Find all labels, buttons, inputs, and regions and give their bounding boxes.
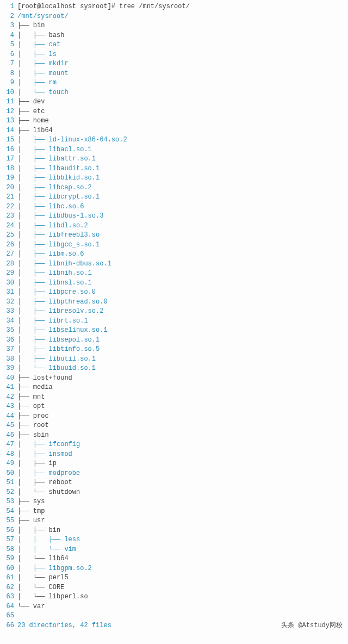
tree-line: 31│ ├── libpcre.so.0 xyxy=(2,288,346,298)
tree-line: 25│ ├── libfreebl3.so xyxy=(2,231,346,240)
line-number: 21 xyxy=(2,193,14,202)
line-text: │ └── touch xyxy=(17,88,69,98)
line-number: 7 xyxy=(2,59,14,69)
tree-line: 65 xyxy=(2,611,346,621)
tree-line: 14├── lib64 xyxy=(2,126,346,136)
line-number: 54 xyxy=(2,507,14,517)
line-number: 6 xyxy=(2,50,14,60)
tree-line: 22│ ├── libc.so.6 xyxy=(2,202,346,212)
tree-line: 6│ ├── ls xyxy=(2,50,346,60)
tree-line: 40├── lost+found xyxy=(2,374,346,383)
line-text: │ ├── libsepol.so.1 xyxy=(17,336,100,345)
line-text: │ ├── insmod xyxy=(17,450,72,460)
line-text: ├── bin xyxy=(17,21,45,31)
line-text: ├── media xyxy=(17,383,53,393)
footer-credit: 头条 @Atstudy网校 xyxy=(281,621,343,631)
line-text: ├── dev xyxy=(17,97,45,107)
tree-line: 17│ ├── libattr.so.1 xyxy=(2,154,346,164)
line-text: │ ├── ip xyxy=(17,459,57,469)
line-number: 44 xyxy=(2,412,14,422)
line-text: │ ├── libgpm.so.2 xyxy=(17,564,92,574)
tree-line: 3├── bin xyxy=(2,21,346,31)
tree-line: 46├── sbin xyxy=(2,431,346,441)
tree-line: 5│ ├── cat xyxy=(2,40,346,50)
tree-line: 9│ ├── rm xyxy=(2,78,346,88)
line-number: 48 xyxy=(2,450,14,460)
line-text: │ ├── libdl.so.2 xyxy=(17,221,88,231)
line-number: 59 xyxy=(2,554,14,564)
line-number: 42 xyxy=(2,393,14,403)
line-number: 62 xyxy=(2,583,14,593)
tree-line: 16│ ├── libacl.so.1 xyxy=(2,145,346,155)
line-text: │ ├── libattr.so.1 xyxy=(17,154,96,164)
line-text: ├── lib64 xyxy=(17,126,53,136)
line-number: 12 xyxy=(2,107,14,117)
tree-line: 51│ ├── reboot xyxy=(2,478,346,488)
line-text: │ ├── mount xyxy=(17,69,69,79)
tree-line: 41├── media xyxy=(2,383,346,393)
line-text: │ ├── cat xyxy=(17,40,60,50)
line-number: 3 xyxy=(2,21,14,31)
line-text: ├── proc xyxy=(17,412,49,422)
line-number: 35 xyxy=(2,326,14,336)
line-number: 11 xyxy=(2,97,14,107)
line-text: │ ├── libnsl.so.1 xyxy=(17,278,92,288)
tree-line: 12├── etc xyxy=(2,107,346,117)
line-text: │ ├── libcap.so.2 xyxy=(17,183,92,193)
line-text: │ ├── ifconfig xyxy=(17,440,80,450)
tree-line: 58│ │ └── vim xyxy=(2,545,346,555)
tree-line: 15│ ├── ld-linux-x86-64.so.2 xyxy=(2,135,346,145)
line-text: ├── root xyxy=(17,421,49,431)
line-text: /mnt/sysroot/ xyxy=(17,12,69,22)
line-text: │ ├── libgcc_s.so.1 xyxy=(17,240,100,250)
line-text: │ ├── libaudit.so.1 xyxy=(17,164,100,174)
line-number: 61 xyxy=(2,573,14,583)
tree-line: 7│ ├── mkdir xyxy=(2,59,346,69)
line-text: │ │ └── vim xyxy=(17,545,76,555)
line-number: 20 xyxy=(2,183,14,193)
tree-line: 4│ ├── bash xyxy=(2,31,346,41)
tree-line: 45├── root xyxy=(2,421,346,431)
line-number: 34 xyxy=(2,317,14,326)
line-text: │ └── perl5 xyxy=(17,573,69,583)
line-text: │ ├── ld-linux-x86-64.so.2 xyxy=(17,135,127,145)
tree-line: 2/mnt/sysroot/ xyxy=(2,12,346,22)
line-number: 65 xyxy=(2,611,14,621)
tree-line: 26│ ├── libgcc_s.so.1 xyxy=(2,240,346,250)
line-text: ├── lost+found xyxy=(17,374,72,383)
line-text: │ ├── reboot xyxy=(17,478,72,488)
tree-line: 35│ ├── libselinux.so.1 xyxy=(2,326,346,336)
line-text: ├── sys xyxy=(17,497,45,507)
line-number: 45 xyxy=(2,421,14,431)
tree-line: 63│ └── libperl.so xyxy=(2,592,346,602)
line-number: 41 xyxy=(2,383,14,393)
tree-line: 55├── usr xyxy=(2,516,346,526)
line-number: 23 xyxy=(2,212,14,221)
tree-line: 38│ ├── libutil.so.1 xyxy=(2,355,346,364)
tree-line: 11├── dev xyxy=(2,97,346,107)
line-text: [root@localhost sysroot]# tree /mnt/sysr… xyxy=(17,2,190,12)
tree-line: 53├── sys xyxy=(2,497,346,507)
tree-line: 21│ ├── libcrypt.so.1 xyxy=(2,193,346,202)
line-number: 5 xyxy=(2,40,14,50)
line-number: 16 xyxy=(2,145,14,155)
line-text: │ ├── librt.so.1 xyxy=(17,317,88,326)
tree-line: 39│ └── libuuid.so.1 xyxy=(2,364,346,374)
line-number: 27 xyxy=(2,250,14,259)
tree-line: 48│ ├── insmod xyxy=(2,450,346,460)
line-text: │ ├── bin xyxy=(17,526,60,536)
tree-line: 61│ └── perl5 xyxy=(2,573,346,583)
line-number: 55 xyxy=(2,516,14,526)
line-number: 29 xyxy=(2,269,14,278)
line-number: 40 xyxy=(2,374,14,383)
tree-line: 47│ ├── ifconfig xyxy=(2,440,346,450)
line-text: │ ├── libm.so.6 xyxy=(17,250,84,259)
line-number: 32 xyxy=(2,298,14,307)
line-text: │ ├── libresolv.so.2 xyxy=(17,307,103,317)
line-number: 46 xyxy=(2,431,14,441)
line-text: ├── tmp xyxy=(17,507,45,517)
line-number: 30 xyxy=(2,278,14,288)
line-number: 39 xyxy=(2,364,14,374)
line-text: │ └── libperl.so xyxy=(17,592,88,602)
line-text: │ ├── libutil.so.1 xyxy=(17,355,96,364)
